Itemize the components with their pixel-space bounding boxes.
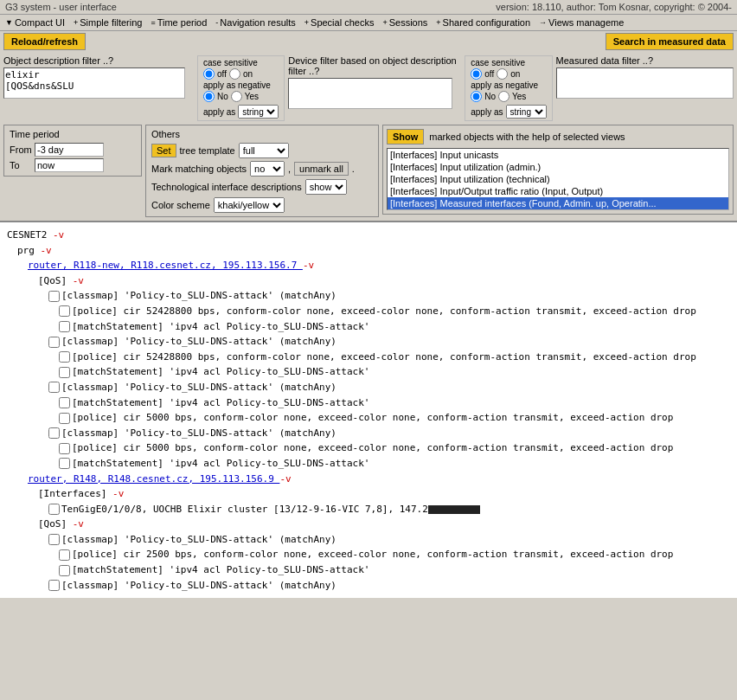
toggle-v[interactable]: -v (41, 245, 52, 256)
mark-select[interactable]: no yes (250, 161, 285, 177)
an1-yes-label: Yes (245, 92, 259, 101)
mark-label: Mark matching objects (151, 164, 247, 174)
menu-item[interactable]: +Sessions (379, 16, 431, 29)
to-label: To (10, 160, 31, 170)
tree-checkbox[interactable] (48, 382, 60, 393)
tree-text: [classmap] 'Policy-to_SLU-DNS-attack' (m… (61, 580, 336, 591)
tree-node: [police] cir 2500 bps, conform-color non… (7, 547, 730, 562)
tree-checkbox[interactable] (59, 413, 70, 424)
tree-checkbox[interactable] (59, 367, 70, 378)
from-row: From (10, 143, 136, 157)
tree-node: TenGigE0/1/0/8, UOCHB Elixir cluster [13… (7, 502, 730, 517)
tree-checkbox[interactable] (48, 427, 60, 439)
menu-arrow: → (539, 18, 547, 27)
object-filter-input[interactable] (3, 67, 185, 99)
menu-item[interactable]: +Shared configuration (433, 16, 534, 29)
show-button[interactable]: Show (387, 129, 424, 144)
to-input[interactable] (35, 158, 104, 172)
from-input[interactable] (35, 143, 104, 157)
object-filter-section: Object description filter ..? (3, 55, 194, 99)
tree-checkbox[interactable] (48, 291, 60, 302)
tree-checkbox[interactable] (59, 565, 70, 576)
show-list-item[interactable]: [Interfaces] Input/Output traffic ratio … (388, 185, 728, 197)
tree-checkbox[interactable] (59, 458, 70, 469)
tree-checkbox[interactable] (59, 351, 70, 363)
cs2-off-radio[interactable] (471, 68, 482, 80)
show-list-item[interactable]: [Interfaces] Input utilization (technica… (388, 173, 728, 185)
tree-checkbox[interactable] (59, 443, 70, 454)
toggle-v[interactable]: -v (303, 260, 314, 271)
an2-yes-radio[interactable] (498, 91, 509, 102)
tree-text: [classmap] 'Policy-to_SLU-DNS-attack' (m… (61, 382, 336, 393)
cs1-on-radio[interactable] (229, 68, 240, 80)
menu-label: Sessions (389, 17, 428, 28)
menu-item[interactable]: →Views manageme (535, 16, 627, 29)
mark-row: Mark matching objects no yes , unmark al… (151, 161, 373, 177)
tree-node: [matchStatement] 'ipv4 acl Policy-to_SLU… (7, 395, 730, 411)
measured-filter-label: Measured data filter ..? (556, 55, 734, 66)
tree-checkbox[interactable] (59, 549, 70, 561)
menu-item[interactable]: =Time period (147, 16, 210, 29)
an1-no-radio[interactable] (203, 91, 215, 102)
cs1-on-label: on (243, 69, 253, 79)
tech-select[interactable]: show hide (305, 179, 347, 195)
toggle-v[interactable]: -v (73, 518, 84, 530)
tree-node: prg -v (7, 243, 730, 259)
color-select[interactable]: khaki/yellow blue green (214, 197, 285, 213)
tree-template-row: Set tree template full simple custom (151, 143, 373, 158)
an2-no-radio[interactable] (471, 91, 482, 102)
color-label: Color scheme (151, 200, 210, 210)
menu-label: Compact UI (15, 17, 65, 28)
tree-checkbox[interactable] (59, 321, 70, 332)
unmark-button[interactable]: unmark all (294, 162, 349, 176)
tree-checkbox[interactable] (59, 305, 70, 317)
tree-checkbox[interactable] (59, 397, 70, 408)
menu-label: Shared configuration (443, 17, 531, 28)
toggle-v[interactable]: -v (73, 275, 84, 286)
measured-filter-input[interactable] (556, 67, 734, 99)
toggle-v[interactable]: -v (53, 229, 64, 241)
apply-as-2-select[interactable]: string (506, 105, 547, 119)
menu-item[interactable]: +Special checks (301, 16, 378, 29)
menu-arrow: + (74, 18, 78, 27)
tree-checkbox[interactable] (48, 534, 60, 545)
tree-text: [police] cir 5000 bps, conform-color non… (72, 412, 673, 423)
tree-checkbox[interactable] (48, 580, 60, 591)
toggle-v[interactable]: -v (112, 488, 124, 499)
tree-node: [classmap] 'Policy-to_SLU-DNS-attack' (m… (7, 288, 730, 304)
time-period-block: Time period From To (3, 125, 142, 177)
an2-no-label: No (484, 92, 496, 101)
menu-arrow: ▼ (5, 18, 13, 27)
menu-arrow: + (304, 18, 309, 27)
tree-text: [QoS] (38, 275, 73, 286)
cs2-on-radio[interactable] (497, 68, 508, 80)
tree-checkbox[interactable] (48, 337, 60, 348)
show-list[interactable]: [Interfaces] Input unicasts[Interfaces] … (387, 148, 729, 210)
show-list-item[interactable]: [Interfaces] Input unicasts (388, 149, 728, 161)
toggle-v[interactable]: -v (279, 473, 291, 485)
menu-label: Simple filtering (80, 17, 142, 28)
tree-link[interactable]: router, R148, R148.cesnet.cz, 195.113.15… (28, 473, 279, 485)
show-list-item[interactable]: [Interfaces] Measured interfaces (Found,… (388, 197, 728, 209)
cs1-off-radio[interactable] (203, 68, 215, 80)
apply-as-1-select[interactable]: string (238, 105, 279, 119)
set-button[interactable]: Set (151, 144, 176, 157)
tree-text: prg (17, 245, 41, 256)
device-filter-input[interactable] (288, 78, 452, 109)
menu-item[interactable]: ▼Compact UI (2, 16, 68, 29)
apply-neg-1-radio-row: No Yes (203, 91, 279, 102)
apply-as-2-label: apply as (471, 107, 503, 117)
an1-yes-radio[interactable] (231, 91, 242, 102)
cs2-radio-row: off on (471, 68, 546, 80)
search-button[interactable]: Search in measured data (606, 33, 734, 50)
menu-item[interactable]: +Simple filtering (70, 16, 145, 29)
tree-template-select[interactable]: full simple custom (239, 143, 289, 158)
reload-button[interactable]: Reload/refresh (3, 33, 86, 50)
tree-link[interactable]: router, R118-new, R118.cesnet.cz, 195.11… (28, 260, 303, 271)
show-list-item[interactable]: [Interfaces] Input utilization (admin.) (388, 161, 728, 173)
tree-checkbox[interactable] (48, 504, 60, 515)
apply-as-1-label: apply as (203, 107, 235, 117)
menu-item[interactable]: -Navigation results (212, 16, 298, 29)
tree-node: router, R118-new, R118.cesnet.cz, 195.11… (7, 258, 730, 273)
show-block: Show marked objects with the help of sel… (382, 125, 734, 215)
